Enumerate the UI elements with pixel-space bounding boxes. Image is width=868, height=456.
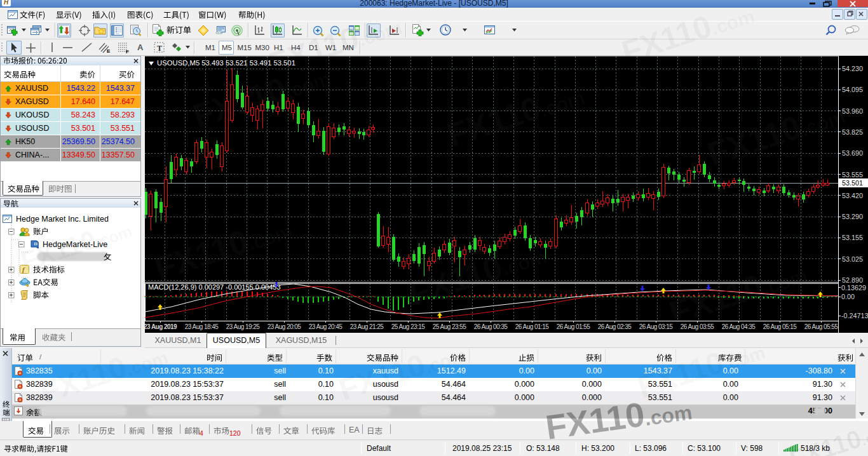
svg-text:25 Aug 23:15: 25 Aug 23:15	[391, 323, 425, 330]
svg-text:53.155: 53.155	[842, 234, 863, 241]
svg-text:26 Aug 02:35: 26 Aug 02:35	[598, 323, 632, 330]
svg-text:23 Aug 2019: 23 Aug 2019	[145, 323, 177, 330]
svg-text:25 Aug 23:55: 25 Aug 23:55	[433, 323, 466, 330]
svg-text:23 Aug 21:25: 23 Aug 21:25	[350, 323, 384, 330]
svg-text:0.00: 0.00	[841, 293, 855, 300]
svg-text:53.555: 53.555	[842, 171, 863, 178]
svg-text:54.230: 54.230	[842, 65, 863, 72]
svg-text:-0.24713: -0.24713	[841, 312, 868, 319]
svg-text:26 Aug 03:15: 26 Aug 03:15	[639, 323, 673, 330]
svg-text:E: E	[107, 48, 111, 53]
svg-text:23 Aug 18:45: 23 Aug 18:45	[185, 323, 219, 330]
svg-text:53.690: 53.690	[842, 149, 863, 157]
svg-text:53.501: 53.501	[842, 179, 863, 187]
svg-text:53.420: 53.420	[842, 192, 863, 199]
svg-text:53.290: 53.290	[842, 213, 863, 220]
svg-text:52.890: 52.890	[842, 276, 863, 284]
svg-text:23 Aug 19:25: 23 Aug 19:25	[226, 323, 260, 330]
svg-text:26 Aug 01:15: 26 Aug 01:15	[515, 323, 549, 330]
svg-text:26 Aug 05:15: 26 Aug 05:15	[763, 323, 797, 330]
svg-text:0.13629: 0.13629	[841, 284, 866, 292]
svg-text:T: T	[157, 44, 162, 53]
svg-text:23 Aug 20:45: 23 Aug 20:45	[309, 323, 342, 330]
svg-text:26 Aug 05:55: 26 Aug 05:55	[804, 323, 838, 330]
svg-text:F: F	[126, 49, 129, 54]
svg-text:23 Aug 20:05: 23 Aug 20:05	[268, 323, 301, 330]
svg-text:26 Aug 00:35: 26 Aug 00:35	[474, 323, 508, 330]
svg-text:26 Aug 04:35: 26 Aug 04:35	[722, 323, 756, 330]
svg-text:53.025: 53.025	[842, 255, 863, 263]
svg-text:26 Aug 01:55: 26 Aug 01:55	[557, 323, 590, 330]
svg-text:54.095: 54.095	[842, 86, 863, 93]
svg-text:53.960: 53.960	[842, 107, 863, 115]
